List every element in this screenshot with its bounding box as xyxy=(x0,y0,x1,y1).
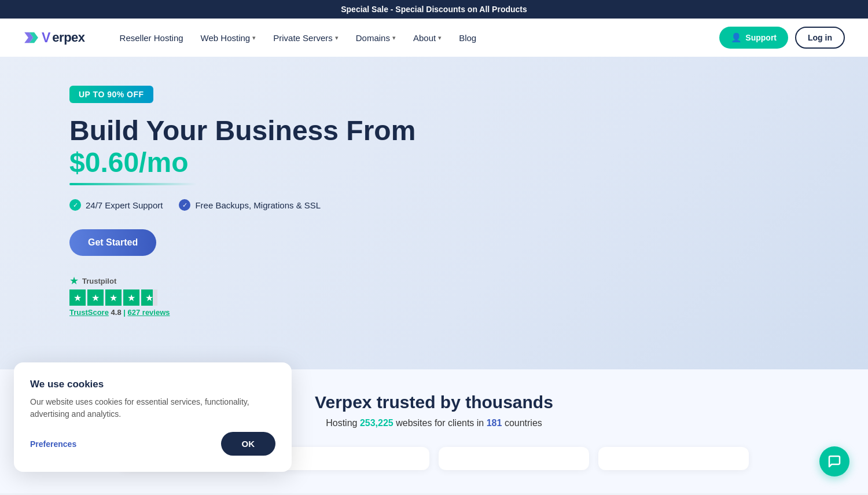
cookie-title: We use cookies xyxy=(30,379,275,390)
about-chevron: ▾ xyxy=(438,34,442,42)
trustpilot-stars: ★ ★ ★ ★ ★ xyxy=(69,289,157,306)
banner-text: Special Sale - Special Discounts on All … xyxy=(341,5,527,14)
chat-bubble[interactable] xyxy=(819,446,849,476)
cookie-ok-button[interactable]: OK xyxy=(221,432,276,456)
login-button[interactable]: Log in xyxy=(795,27,845,49)
trustpilot-header: ★ Trustpilot xyxy=(69,274,116,287)
domains-chevron: ▾ xyxy=(392,34,396,42)
star-5: ★ xyxy=(141,289,157,306)
nav-about[interactable]: About ▾ xyxy=(406,28,448,47)
feature2-text: Free Backups, Migrations & SSL xyxy=(195,200,321,210)
star-2: ★ xyxy=(87,289,104,306)
hero-section: UP TO 90% OFF Build Your Business From $… xyxy=(0,57,868,369)
stats-card-2 xyxy=(279,447,429,470)
hero-features: ✓ 24/7 Expert Support ✓ Free Backups, Mi… xyxy=(69,199,845,211)
support-label: Support xyxy=(745,33,777,42)
stats-card-4 xyxy=(598,447,749,470)
star-4: ★ xyxy=(123,289,139,306)
feature1-text: 24/7 Expert Support xyxy=(86,200,163,210)
feature-backups: ✓ Free Backups, Migrations & SSL xyxy=(179,199,321,211)
top-banner: Special Sale - Special Discounts on All … xyxy=(0,0,868,19)
hero-title: Build Your Business From $0.60/mo xyxy=(69,115,417,178)
cta-row: Get Started xyxy=(69,229,845,256)
star-1: ★ xyxy=(69,289,86,306)
cookie-text: Our website uses cookies for essential s… xyxy=(30,396,275,420)
discount-badge: UP TO 90% OFF xyxy=(69,86,153,103)
websites-count: 253,225 xyxy=(360,418,393,428)
check-icon-support: ✓ xyxy=(69,199,81,211)
nav-domains[interactable]: Domains ▾ xyxy=(349,28,403,47)
trustpilot-score: TrustScore 4.8 | 627 reviews xyxy=(69,308,170,317)
navbar: Verpex Reseller Hosting Web Hosting ▾ Pr… xyxy=(0,19,868,57)
price-underline xyxy=(69,183,197,185)
chat-icon xyxy=(827,454,841,468)
hero-price: $0.60/mo xyxy=(69,146,417,178)
cookie-preferences-link[interactable]: Preferences xyxy=(30,439,76,449)
nav-private-servers[interactable]: Private Servers ▾ xyxy=(266,28,345,47)
login-label: Log in xyxy=(808,33,832,42)
hero-title-line1: Build Your Business From xyxy=(69,115,415,146)
trustpilot-brand: Trustpilot xyxy=(82,277,116,285)
nav-web-hosting[interactable]: Web Hosting ▾ xyxy=(194,28,263,47)
trustpilot-reviews[interactable]: 627 reviews xyxy=(128,308,170,317)
logo[interactable]: Verpex xyxy=(23,30,85,46)
countries-count: 181 xyxy=(487,418,502,428)
trustpilot-star-icon: ★ xyxy=(69,274,79,287)
web-hosting-chevron: ▾ xyxy=(252,34,256,42)
support-button[interactable]: 👤 Support xyxy=(719,27,788,49)
nav-actions: 👤 Support Log in xyxy=(719,27,845,49)
nav-blog[interactable]: Blog xyxy=(452,28,483,47)
star-3: ★ xyxy=(105,289,122,306)
support-icon: 👤 xyxy=(731,32,742,43)
nav-links: Reseller Hosting Web Hosting ▾ Private S… xyxy=(113,28,701,47)
logo-v: V xyxy=(42,30,50,46)
cookie-actions: Preferences OK xyxy=(30,432,275,456)
get-started-button[interactable]: Get Started xyxy=(69,229,156,256)
check-icon-backups: ✓ xyxy=(179,199,190,211)
stats-card-3 xyxy=(439,447,589,470)
logo-name: erpex xyxy=(52,30,84,45)
private-servers-chevron: ▾ xyxy=(335,34,339,42)
cookie-banner: We use cookies Our website uses cookies … xyxy=(14,362,292,472)
nav-reseller-hosting[interactable]: Reseller Hosting xyxy=(113,28,190,47)
feature-support: ✓ 24/7 Expert Support xyxy=(69,199,163,211)
trustpilot-widget: ★ Trustpilot ★ ★ ★ ★ ★ TrustScore 4.8 | … xyxy=(69,274,170,317)
